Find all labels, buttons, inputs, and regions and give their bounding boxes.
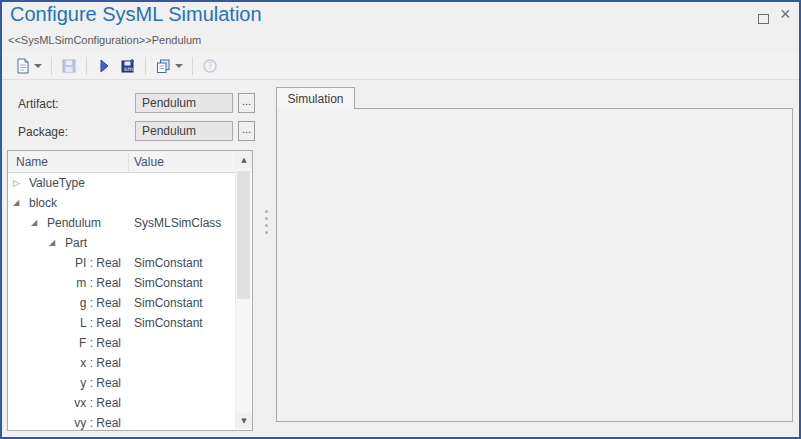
artifact-field[interactable]: Pendulum bbox=[135, 93, 233, 113]
new-artifact-dropdown-icon[interactable] bbox=[34, 64, 42, 68]
toolbar: sm ? bbox=[2, 53, 799, 80]
tree-row[interactable]: L : RealSimConstant bbox=[8, 313, 235, 333]
expand-icon[interactable]: ▷ bbox=[13, 173, 20, 193]
tree-item-value: SimConstant bbox=[134, 273, 203, 293]
collapse-icon[interactable]: ◢ bbox=[13, 193, 19, 213]
toolbar-separator bbox=[192, 57, 193, 75]
simulation-tab-page bbox=[276, 108, 793, 422]
tree-column-value[interactable]: Value bbox=[134, 155, 164, 169]
tree-item-name: PI : Real bbox=[8, 253, 121, 273]
tree-scrollbar[interactable]: ▲ ▼ bbox=[235, 152, 251, 429]
collapse-icon[interactable]: ◢ bbox=[49, 233, 55, 253]
tree-item-name: F : Real bbox=[8, 333, 121, 353]
tree-item-name: Part bbox=[65, 233, 87, 253]
help-button[interactable]: ? bbox=[198, 54, 222, 78]
configuration-tree: Name Value ▷ValueType◢block◢PendulumSysM… bbox=[7, 150, 253, 431]
svg-text:?: ? bbox=[208, 61, 213, 71]
save-icon bbox=[61, 58, 77, 74]
svg-text:sm: sm bbox=[124, 65, 133, 72]
tab-simulation[interactable]: Simulation bbox=[276, 87, 355, 109]
copy-icon bbox=[155, 58, 171, 74]
tree-item-name: vy : Real bbox=[8, 413, 121, 430]
column-divider[interactable] bbox=[128, 153, 129, 171]
tree-item-value: SimConstant bbox=[134, 313, 203, 333]
tree-item-name: block bbox=[29, 193, 57, 213]
tree-item-name: m : Real bbox=[8, 273, 121, 293]
new-file-icon bbox=[14, 58, 30, 74]
artifact-label: Artifact: bbox=[18, 97, 59, 111]
maximize-icon[interactable] bbox=[758, 14, 769, 24]
scroll-down-icon[interactable]: ▼ bbox=[236, 413, 252, 429]
tree-row[interactable]: ▷ValueType bbox=[8, 173, 235, 193]
generate-code-icon: sm bbox=[120, 58, 136, 74]
tree-item-value: SimConstant bbox=[134, 253, 203, 273]
save-button[interactable] bbox=[57, 54, 81, 78]
dialog-title: Configure SysML Simulation bbox=[10, 3, 262, 26]
tree-item-name: L : Real bbox=[8, 313, 121, 333]
configure-sysml-simulation-dialog: Configure SysML Simulation × <<SysMLSimC… bbox=[0, 0, 801, 439]
tree-item-value: SimConstant bbox=[134, 293, 203, 313]
tree-item-value: SysMLSimClass bbox=[134, 213, 221, 233]
copy-button[interactable] bbox=[151, 54, 187, 78]
tree-header: Name Value bbox=[8, 151, 252, 173]
toolbar-separator bbox=[145, 57, 146, 75]
tree-row[interactable]: F : Real bbox=[8, 333, 235, 353]
help-icon: ? bbox=[202, 58, 218, 74]
tree-column-name[interactable]: Name bbox=[16, 155, 48, 169]
tree-row[interactable]: vx : Real bbox=[8, 393, 235, 413]
panel-splitter[interactable] bbox=[265, 210, 268, 234]
run-simulation-button[interactable] bbox=[92, 54, 116, 78]
generate-code-button[interactable]: sm bbox=[116, 54, 140, 78]
tree-row[interactable]: ◢Part bbox=[8, 233, 235, 253]
new-artifact-button[interactable] bbox=[10, 54, 46, 78]
scrollbar-thumb[interactable] bbox=[237, 171, 250, 299]
tree-item-name: g : Real bbox=[8, 293, 121, 313]
tree-row[interactable]: y : Real bbox=[8, 373, 235, 393]
scroll-up-icon[interactable]: ▲ bbox=[236, 152, 252, 168]
play-icon bbox=[96, 58, 112, 74]
package-label: Package: bbox=[18, 125, 68, 139]
tree-item-name: y : Real bbox=[8, 373, 121, 393]
tree-row[interactable]: m : RealSimConstant bbox=[8, 273, 235, 293]
package-field[interactable]: Pendulum bbox=[135, 121, 233, 141]
tree-row[interactable]: g : RealSimConstant bbox=[8, 293, 235, 313]
tree-rows: ▷ValueType◢block◢PendulumSysMLSimClass◢P… bbox=[8, 173, 235, 430]
collapse-icon[interactable]: ◢ bbox=[31, 213, 37, 233]
stereotype-subtitle: <<SysMLSimConfiguration>>Pendulum bbox=[8, 34, 201, 46]
tree-row[interactable]: ◢block bbox=[8, 193, 235, 213]
tree-row[interactable]: ◢PendulumSysMLSimClass bbox=[8, 213, 235, 233]
tree-row[interactable]: x : Real bbox=[8, 353, 235, 373]
tree-item-name: ValueType bbox=[29, 173, 85, 193]
tree-row[interactable]: vy : Real bbox=[8, 413, 235, 430]
copy-dropdown-icon[interactable] bbox=[175, 64, 183, 68]
toolbar-separator bbox=[51, 57, 52, 75]
tree-item-name: Pendulum bbox=[47, 213, 101, 233]
artifact-browse-button[interactable]: ... bbox=[238, 93, 255, 113]
tree-item-name: x : Real bbox=[8, 353, 121, 373]
package-browse-button[interactable]: ... bbox=[238, 121, 255, 141]
tree-item-name: vx : Real bbox=[8, 393, 121, 413]
close-icon[interactable]: × bbox=[780, 5, 791, 23]
toolbar-separator bbox=[86, 57, 87, 75]
tree-row[interactable]: PI : RealSimConstant bbox=[8, 253, 235, 273]
